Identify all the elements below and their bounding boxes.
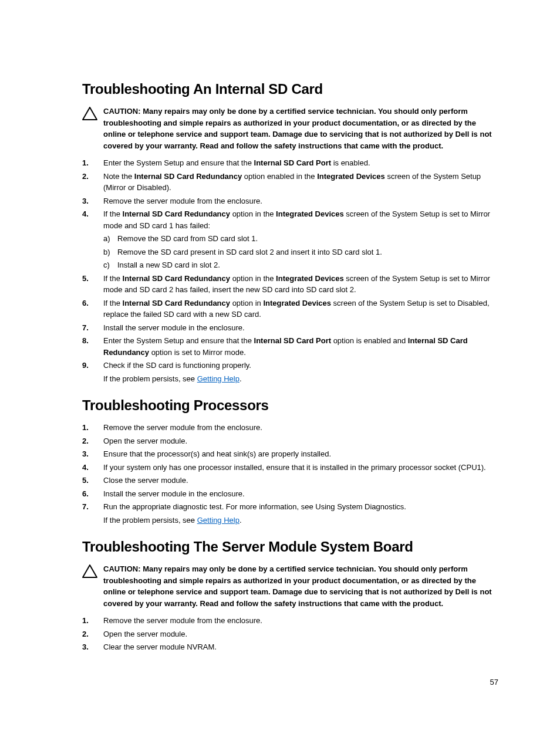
list-item: Remove the SD card present in SD card sl…: [103, 246, 498, 258]
caution-icon: [82, 107, 97, 121]
list-item: Remove the SD card from SD card slot 1.: [103, 233, 498, 245]
page-number: 57: [490, 678, 498, 686]
caution-block-sd: CAUTION: Many repairs may only be done b…: [82, 106, 498, 151]
board-steps: Remove the server module from the enclos…: [82, 615, 498, 653]
list-item: Open the server module.: [82, 435, 498, 447]
caution-icon: [82, 564, 97, 579]
list-item: If the Internal SD Card Redundancy optio…: [82, 273, 498, 296]
sd-steps: Enter the System Setup and ensure that t…: [82, 157, 498, 384]
list-item: If the Internal SD Card Redundancy optio…: [82, 297, 498, 320]
list-item: Clear the server module NVRAM.: [82, 641, 498, 653]
list-item: Enter the System Setup and ensure that t…: [82, 335, 498, 358]
list-item: Check if the SD card is functioning prop…: [82, 360, 498, 384]
proc-steps: Remove the server module from the enclos…: [82, 422, 498, 526]
persist-text: If the problem persists, see Getting Hel…: [103, 515, 498, 526]
sd-step4-sublist: Remove the SD card from SD card slot 1. …: [103, 233, 498, 271]
list-item: Remove the server module from the enclos…: [82, 195, 498, 207]
caution-block-board: CAUTION: Many repairs may only be done b…: [82, 563, 498, 609]
list-item: Open the server module.: [82, 628, 498, 640]
list-item: Enter the System Setup and ensure that t…: [82, 157, 498, 169]
caution-text: CAUTION: Many repairs may only be done b…: [103, 106, 498, 151]
list-item: If your system only has one processor in…: [82, 462, 498, 474]
heading-sd-card: Troubleshooting An Internal SD Card: [82, 81, 498, 97]
list-item: Note the Internal SD Card Redundancy opt…: [82, 171, 498, 194]
list-item: Remove the server module from the enclos…: [82, 422, 498, 434]
getting-help-link[interactable]: Getting Help: [197, 374, 239, 383]
getting-help-link[interactable]: Getting Help: [197, 516, 239, 525]
list-item: Ensure that the processor(s) and heat si…: [82, 448, 498, 460]
persist-text: If the problem persists, see Getting Hel…: [103, 373, 498, 385]
list-item: Close the server module.: [82, 475, 498, 486]
list-item: Remove the server module from the enclos…: [82, 615, 498, 627]
heading-processors: Troubleshooting Processors: [82, 397, 498, 414]
list-item: Install a new SD card in slot 2.: [103, 259, 498, 271]
caution-text: CAUTION: Many repairs may only be done b…: [103, 563, 498, 609]
list-item: Run the appropriate diagnostic test. For…: [82, 501, 498, 526]
list-item: If the Internal SD Card Redundancy optio…: [82, 208, 498, 271]
list-item: Install the server module in the enclosu…: [82, 322, 498, 334]
heading-system-board: Troubleshooting The Server Module System…: [82, 539, 498, 555]
list-item: Install the server module in the enclosu…: [82, 488, 498, 500]
